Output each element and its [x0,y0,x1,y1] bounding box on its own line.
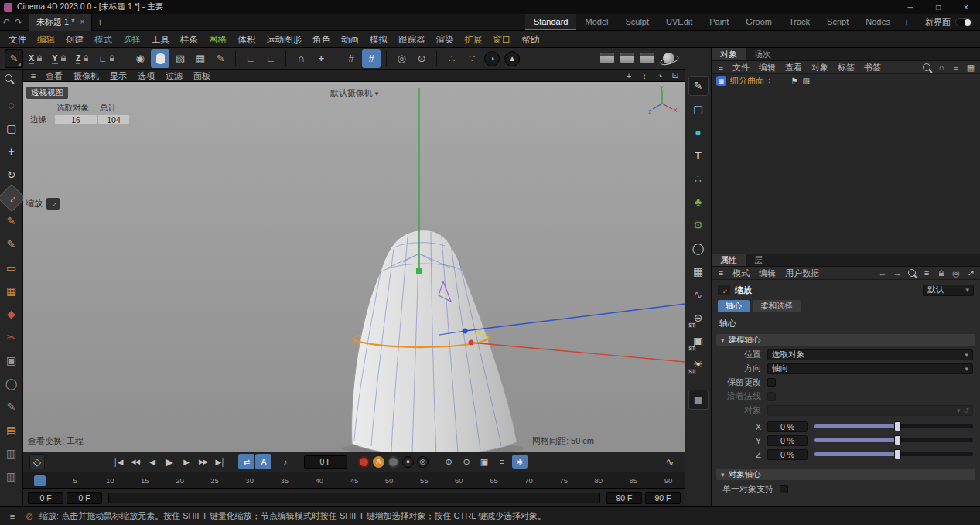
mograph-cloner-icon[interactable]: ∴ [688,169,709,189]
position-select[interactable]: 选取对象 ▾ [767,349,973,360]
layout-tab[interactable]: Sculpt [616,14,657,30]
lock-z-axis-button[interactable]: Z [72,49,94,68]
extrude-cube-button[interactable]: ▧ [171,49,190,68]
visibility-dots-icon[interactable]: ∶ [768,77,770,85]
sound-button[interactable]: ♪ [277,454,293,469]
floor-object-icon[interactable]: ▥ [2,443,22,463]
history-back-icon[interactable]: ← [876,267,890,279]
viewport-menu-icon[interactable]: ≡ [26,70,40,82]
fcurve-editor-icon[interactable]: ∿ [661,456,679,468]
previous-frame-button[interactable]: ◀ [144,454,160,469]
knife-tool-icon[interactable]: ✂ [2,327,22,347]
render-settings-button[interactable] [663,53,674,64]
menubar-item[interactable]: 编辑 [32,31,60,48]
axis-workplane-button[interactable]: ∟ [241,49,260,68]
quantize-grid-button[interactable]: # [362,49,381,68]
close-button[interactable]: × [952,0,980,14]
menubar-item[interactable]: 扩展 [459,31,488,48]
am-menu-icon[interactable]: ≡ [714,267,728,279]
zoom-tool-icon[interactable] [2,72,22,92]
layout-tab[interactable]: UVEdit [657,14,701,30]
polygon-object-icon[interactable]: ◆ [2,304,22,324]
range-start-field[interactable]: 0 F [28,492,63,504]
menubar-item[interactable]: 渲染 [431,31,459,48]
layout-tab[interactable]: Script [818,14,857,30]
am-menu-item[interactable]: 用户数据 [780,268,824,279]
viewport-menu-item[interactable]: 面板 [188,70,216,82]
tab-objects[interactable]: 对象 [712,48,746,60]
status-menu-icon[interactable]: ≡ [5,510,19,523]
am-menu-item[interactable]: 模式 [728,268,754,279]
add-layout-button[interactable]: + [899,16,914,28]
anchor-tool-icon[interactable]: ▣ [2,350,22,370]
box-modeling-icon[interactable]: ▦ [2,281,22,301]
go-to-end-button[interactable]: ▶│ [212,454,228,469]
menubar-item[interactable]: 跟踪器 [393,31,431,48]
object-name[interactable]: 细分曲面 [730,75,764,87]
workplane-lock-button[interactable]: ∟ [94,49,119,68]
lock-icon[interactable] [934,267,948,279]
current-frame-field[interactable]: 0 F [304,455,347,469]
overlay-toggle-button[interactable]: ▲ [504,51,520,66]
menubar-item[interactable]: 创建 [60,31,89,48]
field-object-icon[interactable]: ♣ [688,192,709,212]
document-tab[interactable]: 未标题 1 * × [29,14,92,31]
x-value-field[interactable]: 0 % [767,421,808,432]
live-selection-icon[interactable]: ◌ [2,95,22,115]
tab-takes[interactable]: 场次 [746,48,780,60]
loop-mode-button[interactable]: ⇄ [238,454,254,469]
next-key-button[interactable]: ▶▶ [195,454,211,469]
workplane-grid-button[interactable]: # [342,49,360,68]
autokeying-button[interactable]: A [373,456,384,468]
menubar-item[interactable]: 模拟 [364,31,393,48]
render-view-button[interactable] [600,53,614,63]
timeline-ruler[interactable]: 051015202530354045505560657075808590 [23,472,685,489]
quantize-ring-button[interactable]: ◎ [392,49,411,68]
tweak-tool-icon[interactable]: ▭ [2,257,22,278]
view-dolly-icon[interactable]: ↕ [637,70,651,82]
minimize-button[interactable]: ─ [896,0,924,14]
om-menu-item[interactable]: 文件 [728,62,754,73]
scene-manager-icon[interactable]: ▦ [688,261,709,281]
search-icon[interactable] [905,267,919,279]
record-pla-button[interactable]: ∗ [512,455,528,469]
undo-icon[interactable]: ↶ [0,17,12,28]
single-object-checkbox[interactable] [780,485,788,493]
object-axis-section[interactable]: ▾ 对象轴心 [716,469,975,480]
camera-object-icon[interactable]: ▣ ST [688,331,709,351]
home-icon[interactable]: ⌂ [934,61,948,73]
slider-knob[interactable] [894,449,901,459]
menubar-item[interactable]: 工具 [146,31,175,48]
om-menu-icon[interactable]: ≡ [714,61,728,73]
planar-workplane-button[interactable]: ∟ [261,49,280,68]
render-picture-viewer-button[interactable] [620,53,634,63]
record-rotation-button[interactable]: ⊙ [459,455,474,469]
om-menu-item[interactable]: 书签 [859,62,886,73]
orientation-select[interactable]: 轴向 ▾ [767,363,973,374]
z-slider[interactable] [814,452,973,456]
range-end-field[interactable]: 90 F [645,492,681,504]
viewport-menu-item[interactable]: 摄像机 [68,70,104,82]
view-maximize-icon[interactable]: ⊡ [668,70,682,82]
move-tool-icon[interactable]: + [2,141,22,162]
history-forward-icon[interactable]: → [890,267,904,279]
menubar-item[interactable]: 样条 [175,31,203,48]
texture-tag-icon[interactable]: ▨ [803,77,810,85]
am-menu-item[interactable]: 编辑 [754,268,780,279]
y-value-field[interactable]: 0 % [767,435,808,446]
new-ui-toggle[interactable] [955,18,972,26]
keep-changes-checkbox[interactable] [767,378,776,387]
view-orbit-icon[interactable]: ◔ [653,70,667,82]
keying-ring-button[interactable]: ◎ [417,456,429,468]
x-slider[interactable] [814,424,973,428]
active-tool-hud[interactable]: 缩放 ↔ [26,198,60,210]
om-menu-item[interactable]: 查看 [780,62,807,73]
quantize-dot-button[interactable]: ⊙ [412,49,431,68]
layout-tab[interactable]: Paint [701,14,737,30]
track-icon[interactable]: ◎ [949,267,963,279]
filter-icon[interactable]: ≡ [920,267,934,279]
playhead[interactable] [34,475,46,486]
axis-mode-button[interactable]: 轴心 [718,300,750,312]
solo-toggle-button[interactable]: ◑ [484,51,500,66]
slider-knob[interactable] [894,435,901,445]
